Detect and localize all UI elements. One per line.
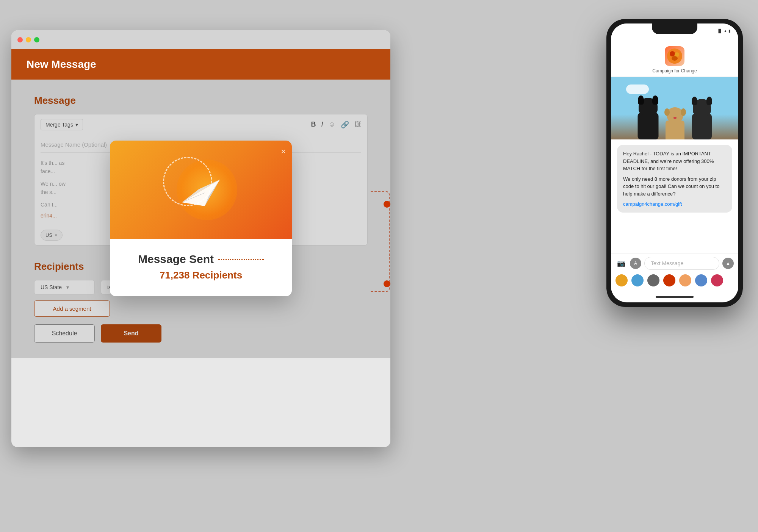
modal-content: Message Sent 71,238 Recipients [110,239,292,296]
app-store-icon-button[interactable]: A [630,258,641,269]
message-sent-text: Message Sent [138,253,214,266]
message-paragraph-2: We only need 8 more donors from your zip… [623,175,726,198]
app-icon-4[interactable] [663,274,675,286]
iphone-notch [652,23,697,34]
message-sent-title-row: Message Sent [125,253,277,266]
message-url-link[interactable]: campaign4change.com/gift [623,201,682,207]
dotted-separator [218,259,264,260]
iphone-screen: ▐▌ ▲ ▮ Campaign for Change [611,23,738,302]
message-paragraph-1: Hey Rachel - TODAY is an IMPORTANT DEADL… [623,150,726,172]
dogs-image [611,77,738,139]
message-sent-modal: × [110,141,292,296]
app-icon-5[interactable] [679,274,691,286]
message-bubble: Hey Rachel - TODAY is an IMPORTANT DEADL… [617,145,732,213]
notch-area: ▐▌ ▲ ▮ [611,23,738,42]
browser-chrome [11,30,390,49]
dashed-circle [163,157,212,206]
modal-illustration: × [110,141,292,239]
wifi-icon: ▲ [724,29,727,33]
camera-button[interactable]: 📷 [615,258,627,269]
iphone-input-area: 📷 A Text Message ▲ [611,253,738,291]
home-bar [611,291,738,302]
battery-icon: ▮ [728,29,731,33]
text-input-placeholder: Text Message [651,260,683,266]
browser-dot-green [34,37,39,42]
app-icon-1[interactable] [615,274,628,286]
app-content: Message Merge Tags ▾ B I ☺ 🔗 🖼 [11,80,390,358]
browser-dot-yellow [26,37,31,42]
iphone-message-content: Hey Rachel - TODAY is an IMPORTANT DEADL… [611,139,738,253]
app-icon-7[interactable] [711,274,723,286]
apps-row [615,273,734,288]
modal-close-button[interactable]: × [281,147,286,156]
iphone-device: ▐▌ ▲ ▮ Campaign for Change [606,19,743,307]
arrow-up-icon: ▲ [726,261,730,266]
text-input-bar: 📷 A Text Message ▲ [615,257,734,270]
home-indicator [656,296,694,298]
app-name-label: Campaign for Change [652,68,697,74]
recipients-count: 71,238 Recipients [125,269,277,281]
app-header: New Message [11,49,390,80]
dog-scene [611,77,738,139]
cloud-shape [626,84,649,94]
message-text-input[interactable]: Text Message [644,257,719,270]
svg-point-5 [670,51,675,56]
app-icon-2[interactable] [631,274,644,286]
status-bar: ▐▌ ▲ ▮ [717,29,731,33]
iphone-send-button[interactable]: ▲ [722,258,734,269]
campaign-logo-svg [667,49,682,64]
app-icon-6[interactable] [695,274,707,286]
svg-point-7 [672,56,678,61]
browser-window: New Message Message Merge Tags ▾ B I ☺ 🔗 [11,30,390,447]
status-icons: ▐▌ ▲ ▮ [717,29,731,33]
camera-icon: 📷 [617,259,625,268]
app-logo [665,46,684,66]
connector-dot-top [384,201,390,208]
app-icon-3[interactable] [647,274,659,286]
signal-icon: ▐▌ [717,29,722,33]
browser-dot-red [17,37,23,42]
iphone-app-header: Campaign for Change [611,42,738,77]
paper-plane-illustration [178,168,224,211]
page-title: New Message [27,58,96,70]
modal-overlay: × [11,80,390,358]
connector-dot-bottom [384,280,390,287]
